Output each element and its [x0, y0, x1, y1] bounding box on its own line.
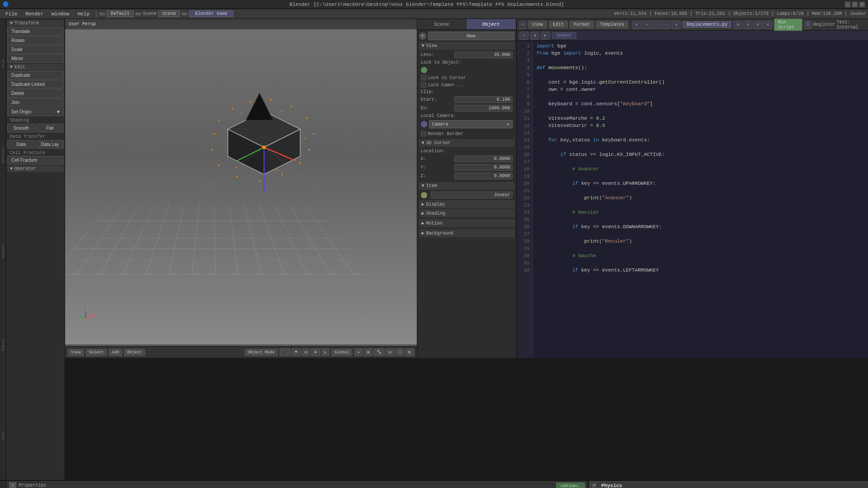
- camera-select[interactable]: Camera ✕: [429, 120, 513, 128]
- templates-menu-btn[interactable]: Templates: [596, 21, 628, 28]
- smooth-button[interactable]: Smooth: [7, 124, 35, 132]
- camera-close[interactable]: ✕: [506, 122, 509, 127]
- code-nav-1[interactable]: ≡: [519, 32, 528, 40]
- script-icon-4[interactable]: ←: [652, 21, 661, 29]
- bottom-area: ⚡ Properties Add Gam... State Joueur Add…: [0, 480, 868, 488]
- menu-render[interactable]: Render: [22, 10, 47, 18]
- cursor-x-value[interactable]: 0.0000: [454, 155, 513, 162]
- tool-icon-2[interactable]: ⊞: [364, 348, 373, 356]
- operator-header[interactable]: ▼ Operator: [7, 165, 64, 172]
- transform-header[interactable]: ▼ Transform: [7, 20, 64, 27]
- viewport[interactable]: User Persp: [65, 19, 417, 358]
- set-origin-button[interactable]: Set Origin: [7, 108, 54, 116]
- view-header[interactable]: ▼ View: [419, 42, 514, 50]
- lock-camera-checkbox[interactable]: [421, 82, 426, 88]
- render-border-checkbox[interactable]: [421, 131, 426, 136]
- mirror-button[interactable]: Mirror: [7, 54, 64, 63]
- clip-start-value[interactable]: 0.100: [454, 96, 513, 103]
- item-header[interactable]: ▼ Item: [419, 182, 514, 190]
- viewport-scene[interactable]: X Y Z: [65, 30, 417, 344]
- close-button[interactable]: ✕: [859, 1, 865, 8]
- scene-tab[interactable]: Scene: [417, 19, 467, 29]
- view-menu-btn[interactable]: View: [68, 349, 84, 356]
- menu-window[interactable]: Window: [48, 10, 73, 18]
- delete-button[interactable]: Delete: [7, 89, 64, 98]
- edit-header[interactable]: ▼ Edit: [7, 64, 64, 70]
- cursor-y-value[interactable]: 0.0000: [454, 164, 513, 171]
- layout-select[interactable]: Default: [107, 10, 134, 17]
- motion-header[interactable]: ▶ Motion: [419, 219, 514, 227]
- tool-icon-1[interactable]: ✦: [354, 348, 363, 356]
- cell-fracture-section: Cell Fracture Cell Fracture: [7, 150, 64, 164]
- svg-point-22: [236, 167, 238, 169]
- minimize-button[interactable]: _: [844, 1, 851, 8]
- code-nav-3[interactable]: ▶: [541, 32, 550, 40]
- register-icon[interactable]: ☰: [804, 21, 811, 29]
- viewport-icon-4[interactable]: ⊕: [311, 348, 320, 356]
- props-body: + New ▼ View Lens: 35.000 Lock to Object…: [417, 30, 516, 358]
- overlay-icon-2[interactable]: ⊞: [405, 348, 414, 356]
- global-select[interactable]: Global: [331, 349, 352, 356]
- script-icon-5[interactable]: →: [662, 21, 671, 29]
- run-script-button[interactable]: Run Script: [774, 19, 802, 31]
- script-icon-6[interactable]: ⊕: [672, 21, 681, 29]
- add-game-btn[interactable]: Add Gam...: [556, 483, 585, 488]
- code-content[interactable]: import bge from bge import logic, events…: [533, 41, 868, 358]
- filename-display[interactable]: Deplacements.py: [683, 21, 731, 28]
- snap-icon[interactable]: 🔧: [373, 348, 385, 356]
- cell-fracture-button[interactable]: Cell Fracture: [7, 156, 64, 164]
- flat-button[interactable]: Flat: [36, 124, 64, 132]
- translate-button[interactable]: Translate: [7, 27, 64, 36]
- cursor-z-label: Z:: [421, 174, 453, 178]
- menu-help[interactable]: Help: [74, 10, 93, 18]
- proportional-icon[interactable]: ◎: [386, 348, 394, 356]
- logic-editor: ⚡ Properties Add Gam... State Joueur Add…: [6, 481, 588, 488]
- code-nav-2[interactable]: ◀: [530, 32, 539, 40]
- engine-select[interactable]: Blender Game: [189, 10, 233, 17]
- shading-header[interactable]: ▶ Shading: [419, 209, 514, 217]
- data-button[interactable]: Data: [7, 140, 35, 149]
- breadcrumb[interactable]: Joueur: [552, 32, 576, 39]
- script-icon-8[interactable]: ⊞: [743, 21, 752, 29]
- display-header[interactable]: ▶ Display: [419, 200, 514, 208]
- lens-value[interactable]: 35.000: [454, 52, 513, 58]
- viewport-icon-2[interactable]: ●: [292, 348, 300, 356]
- object-mode-select[interactable]: Object Mode: [245, 349, 278, 356]
- overlay-icon-1[interactable]: □: [396, 348, 404, 356]
- script-icon-10[interactable]: ⊞: [763, 21, 772, 29]
- object-tab[interactable]: Object: [467, 19, 516, 29]
- join-button[interactable]: Join: [7, 98, 64, 107]
- duplicate-linked-button[interactable]: Duplicate Linked: [7, 80, 64, 89]
- viewport-icon-3[interactable]: ◎: [302, 348, 310, 356]
- script-icon-2[interactable]: ⊞: [632, 21, 641, 29]
- edit-menu-btn[interactable]: Edit: [549, 21, 568, 28]
- menu-file[interactable]: File: [2, 10, 21, 18]
- data-lay-button[interactable]: Data Lay: [36, 140, 64, 149]
- clip-end-value[interactable]: 1000.000: [454, 105, 513, 112]
- script-icon-7[interactable]: ⊞: [733, 21, 742, 29]
- cursor3d-header[interactable]: ▼ 3D Cursor: [419, 139, 514, 147]
- script-icon-3[interactable]: ✕: [642, 21, 651, 29]
- viewport-icon-1[interactable]: ⬛: [279, 348, 291, 356]
- rotate-button[interactable]: Rotate: [7, 36, 64, 45]
- script-icon-1[interactable]: ≡: [519, 21, 527, 29]
- lock-cursor-checkbox[interactable]: [421, 75, 426, 80]
- set-origin-dropdown[interactable]: ▼: [55, 108, 64, 116]
- scale-button[interactable]: Scale: [7, 45, 64, 54]
- view-menu-btn[interactable]: View: [528, 21, 547, 28]
- select-menu-btn[interactable]: Select: [86, 349, 107, 356]
- cursor-z-value[interactable]: 0.0000: [454, 173, 513, 179]
- maximize-button[interactable]: □: [852, 1, 858, 8]
- script-icon-9[interactable]: ⊞: [753, 21, 762, 29]
- item-name-value[interactable]: Joueur: [431, 192, 513, 198]
- format-menu-btn[interactable]: Format: [570, 21, 594, 28]
- new-button[interactable]: New: [428, 32, 514, 40]
- duplicate-button[interactable]: Duplicate: [7, 71, 64, 80]
- background-header[interactable]: ▶ Background: [419, 229, 514, 237]
- lock-object-label: Lock to Object:: [421, 60, 462, 65]
- object-menu-btn[interactable]: Object: [124, 349, 145, 356]
- scene-select[interactable]: Scene: [158, 10, 180, 17]
- add-menu-btn[interactable]: Add: [108, 349, 122, 356]
- render-icon-tab[interactable]: 🎬: [590, 482, 598, 488]
- viewport-icon-5[interactable]: ↻: [321, 348, 330, 356]
